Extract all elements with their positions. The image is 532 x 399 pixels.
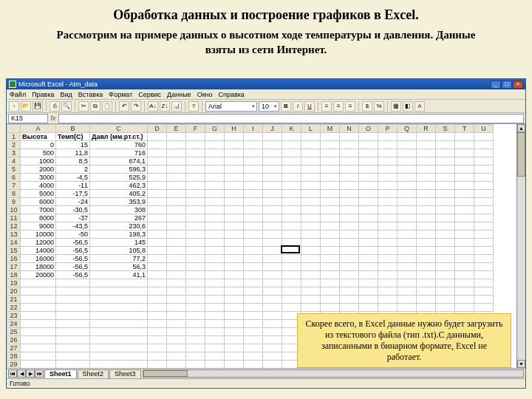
cell-G25[interactable]: [205, 328, 225, 336]
cell-I22[interactable]: [244, 304, 263, 312]
cell-R22[interactable]: [417, 304, 436, 312]
cell-O9[interactable]: [359, 198, 378, 206]
cell-E21[interactable]: [167, 296, 186, 304]
cell-R5[interactable]: [417, 166, 436, 174]
cell-D9[interactable]: [148, 198, 167, 206]
cell-D12[interactable]: [148, 222, 167, 231]
cell-A7[interactable]: 4000: [21, 182, 56, 190]
cell-R14[interactable]: [417, 239, 436, 247]
cell-I9[interactable]: [244, 198, 263, 206]
cell-E3[interactable]: [167, 149, 186, 157]
cell-R20[interactable]: [417, 287, 436, 296]
cell-D25[interactable]: [148, 328, 167, 336]
cell-Q11[interactable]: [398, 214, 417, 222]
cell-N15[interactable]: [340, 247, 359, 255]
cell-N3[interactable]: [340, 149, 359, 157]
cell-N5[interactable]: [340, 166, 359, 174]
cell-D4[interactable]: [148, 157, 167, 166]
cell-Q22[interactable]: [398, 304, 417, 312]
cell-T2[interactable]: [455, 141, 474, 149]
cell-E12[interactable]: [167, 222, 186, 231]
cell-F7[interactable]: [186, 182, 205, 190]
cell-M4[interactable]: [321, 157, 340, 166]
cell-T17[interactable]: [455, 263, 474, 271]
cell-C4[interactable]: 674,1: [90, 157, 148, 166]
col-header-U[interactable]: U: [474, 125, 494, 133]
cell-T14[interactable]: [455, 239, 474, 247]
cell-K18[interactable]: [282, 271, 301, 279]
cell-E24[interactable]: [167, 320, 186, 328]
cell-G10[interactable]: [205, 206, 225, 214]
cell-M3[interactable]: [321, 149, 340, 157]
cell-M1[interactable]: [321, 133, 340, 141]
cell-E22[interactable]: [167, 304, 186, 312]
cell-C22[interactable]: [90, 304, 148, 312]
cell-N6[interactable]: [340, 174, 359, 182]
cell-I8[interactable]: [244, 190, 263, 198]
cell-H9[interactable]: [225, 198, 244, 206]
cell-M12[interactable]: [321, 222, 340, 231]
cell-I16[interactable]: [244, 255, 263, 263]
scroll-up-icon[interactable]: ▲: [517, 124, 525, 132]
cell-H26[interactable]: [225, 336, 244, 344]
cell-I24[interactable]: [244, 320, 263, 328]
cell-T8[interactable]: [455, 190, 474, 198]
cell-D18[interactable]: [148, 271, 167, 279]
cell-M22[interactable]: [321, 304, 340, 312]
cell-D19[interactable]: [148, 279, 167, 287]
select-all-corner[interactable]: [7, 125, 21, 133]
chart-icon[interactable]: 📊: [171, 101, 182, 112]
cell-U12[interactable]: [474, 222, 494, 231]
cell-A9[interactable]: 6000: [21, 198, 56, 206]
cell-E27[interactable]: [167, 344, 186, 352]
cell-L17[interactable]: [301, 263, 321, 271]
cell-U21[interactable]: [474, 296, 494, 304]
cell-L8[interactable]: [301, 190, 321, 198]
cell-H3[interactable]: [225, 149, 244, 157]
cell-M21[interactable]: [321, 296, 340, 304]
cell-U18[interactable]: [474, 271, 494, 279]
cell-A8[interactable]: 5000: [21, 190, 56, 198]
row-header-28[interactable]: 28: [7, 352, 21, 361]
row-header-26[interactable]: 26: [7, 336, 21, 344]
cell-A19[interactable]: [21, 279, 56, 287]
row-header-13[interactable]: 13: [7, 231, 21, 239]
cell-J6[interactable]: [263, 174, 282, 182]
cell-C18[interactable]: 41,1: [90, 271, 148, 279]
copy-icon[interactable]: ⧉: [90, 101, 100, 112]
cell-M10[interactable]: [321, 206, 340, 214]
formula-input[interactable]: [58, 114, 524, 123]
row-header-1[interactable]: 1: [7, 133, 21, 141]
cell-K1[interactable]: [282, 133, 301, 141]
cell-E25[interactable]: [167, 328, 186, 336]
close-button[interactable]: ×: [513, 81, 523, 89]
cell-J23[interactable]: [263, 312, 282, 320]
italic-icon[interactable]: I: [293, 101, 303, 112]
cell-B4[interactable]: 8,5: [56, 157, 90, 166]
row-header-21[interactable]: 21: [7, 296, 21, 304]
cell-H16[interactable]: [225, 255, 244, 263]
row-header-18[interactable]: 18: [7, 271, 21, 279]
cell-M11[interactable]: [321, 214, 340, 222]
row-header-19[interactable]: 19: [7, 279, 21, 287]
cell-B5[interactable]: 2: [56, 166, 90, 174]
cell-T15[interactable]: [455, 247, 474, 255]
cell-A24[interactable]: [21, 320, 56, 328]
cell-T16[interactable]: [455, 255, 474, 263]
cell-N19[interactable]: [340, 279, 359, 287]
cell-H8[interactable]: [225, 190, 244, 198]
cell-H28[interactable]: [225, 352, 244, 361]
cell-F9[interactable]: [186, 198, 205, 206]
cell-H25[interactable]: [225, 328, 244, 336]
cell-S5[interactable]: [436, 166, 455, 174]
cell-G1[interactable]: [205, 133, 225, 141]
cell-L2[interactable]: [301, 141, 321, 149]
cell-B19[interactable]: [56, 279, 90, 287]
col-header-E[interactable]: E: [167, 125, 186, 133]
cell-C13[interactable]: 198,3: [90, 231, 148, 239]
cell-B6[interactable]: -4,5: [56, 174, 90, 182]
cell-U13[interactable]: [474, 231, 494, 239]
cell-H14[interactable]: [225, 239, 244, 247]
cell-A26[interactable]: [21, 336, 56, 344]
cell-A4[interactable]: 1000: [21, 157, 56, 166]
